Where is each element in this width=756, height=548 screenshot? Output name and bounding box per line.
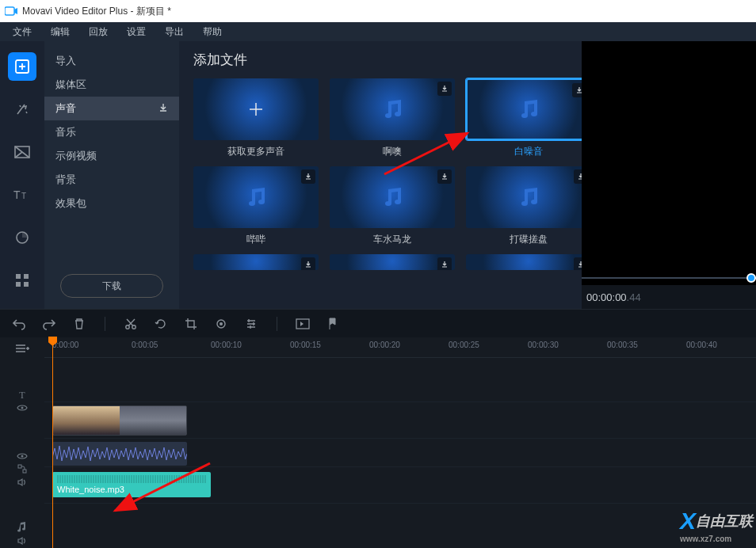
- sidebar-item-import[interactable]: 导入: [44, 49, 179, 73]
- tile-sound-6[interactable]: [193, 254, 319, 270]
- rail-stickers-icon[interactable]: [8, 223, 36, 252]
- tile-sound-5[interactable]: 打碟搓盘: [466, 166, 582, 246]
- content-title: 添加文件: [193, 51, 567, 69]
- speaker-icon[interactable]: [17, 536, 27, 548]
- rail-titles-icon[interactable]: TT: [8, 181, 36, 209]
- text-track[interactable]: [44, 358, 756, 402]
- rail-import-icon[interactable]: [8, 52, 36, 81]
- preview-time: 00:00:00.44: [586, 291, 641, 303]
- download-button[interactable]: 下载: [60, 274, 163, 298]
- delete-button[interactable]: [71, 316, 87, 332]
- redo-button[interactable]: [41, 316, 57, 332]
- music-note-icon: [515, 98, 542, 120]
- timeline-ruler[interactable]: 0:00:00 0:00:05 00:00:10 00:00:15 00:00:…: [44, 337, 756, 358]
- music-note-icon: [379, 186, 406, 208]
- color-button[interactable]: [213, 316, 229, 332]
- menu-export[interactable]: 导出: [157, 23, 192, 41]
- download-icon: [437, 169, 452, 184]
- playhead[interactable]: [52, 337, 53, 548]
- video-audio-track[interactable]: [44, 439, 756, 467]
- timeline-left-controls: T: [0, 337, 44, 548]
- window-title: Movavi Video Editor Plus - 新项目 *: [22, 5, 171, 18]
- seek-handle-icon[interactable]: [746, 273, 756, 283]
- add-track-button[interactable]: [11, 342, 33, 356]
- menu-settings[interactable]: 设置: [119, 23, 154, 41]
- sidebar-item-background[interactable]: 背景: [44, 168, 179, 192]
- svg-rect-8: [16, 282, 21, 287]
- tracks: White_noise.mp3: [44, 358, 756, 504]
- tile-get-more[interactable]: 获取更多声音: [193, 78, 319, 158]
- timeline: T 0:00:00 0:00:05 00:00:10 00:00:15 00:0…: [0, 337, 756, 548]
- menu-playback[interactable]: 回放: [81, 23, 116, 41]
- content-panel: 添加文件 获取更多声音 啊噢 白噪音: [179, 41, 582, 309]
- download-icon: [574, 169, 582, 184]
- menu-edit[interactable]: 编辑: [43, 23, 78, 41]
- left-rail: TT: [0, 41, 44, 309]
- tile-sound-8[interactable]: [466, 254, 582, 270]
- tile-sound-4[interactable]: 车水马龙: [330, 166, 455, 246]
- timeline-main[interactable]: 0:00:00 0:00:05 00:00:10 00:00:15 00:00:…: [44, 337, 756, 548]
- link-icon[interactable]: [17, 464, 27, 476]
- video-clip[interactable]: [52, 405, 187, 436]
- adjust-button[interactable]: [243, 316, 259, 332]
- menu-file[interactable]: 文件: [5, 23, 40, 41]
- menu-help[interactable]: 帮助: [195, 23, 230, 41]
- tile-sound-1[interactable]: 啊噢: [330, 78, 455, 158]
- svg-rect-6: [16, 274, 21, 279]
- svg-point-10: [126, 325, 129, 328]
- sidebar-item-sound[interactable]: 声音: [44, 97, 179, 120]
- rail-more-icon[interactable]: [8, 266, 36, 295]
- video-track[interactable]: [44, 402, 756, 439]
- separator: [105, 317, 105, 331]
- separator: [277, 317, 277, 331]
- svg-rect-9: [24, 282, 29, 287]
- sidebar: 导入 媒体区 声音 音乐 示例视频 背景 效果包 下载: [44, 41, 179, 309]
- timeline-toolbar: [0, 309, 756, 337]
- speaker-icon[interactable]: [17, 478, 27, 489]
- eye-icon[interactable]: [17, 451, 28, 462]
- download-icon: [574, 257, 582, 270]
- download-icon: [437, 82, 452, 96]
- plus-icon: [246, 100, 265, 119]
- eye-icon[interactable]: [17, 403, 28, 414]
- marker-button[interactable]: [325, 316, 341, 332]
- tile-sound-3[interactable]: 哔哔: [193, 166, 319, 246]
- rail-filters-icon[interactable]: [8, 95, 36, 124]
- sidebar-item-music[interactable]: 音乐: [44, 120, 179, 144]
- linked-audio-clip[interactable]: [52, 442, 187, 466]
- cut-button[interactable]: [123, 316, 139, 332]
- audio-track[interactable]: White_noise.mp3: [44, 467, 756, 504]
- svg-text:T: T: [13, 188, 21, 201]
- svg-point-13: [220, 322, 223, 325]
- svg-text:T: T: [21, 192, 26, 200]
- svg-rect-17: [18, 465, 21, 468]
- svg-rect-0: [5, 7, 14, 15]
- preview-seekbar[interactable]: [582, 271, 756, 285]
- rail-transitions-icon[interactable]: [8, 138, 36, 166]
- download-icon: [301, 257, 315, 270]
- svg-rect-18: [23, 470, 26, 473]
- undo-button[interactable]: [11, 316, 27, 332]
- sidebar-item-sample-video[interactable]: 示例视频: [44, 144, 179, 168]
- preview-controls: 00:00:00.44: [582, 285, 756, 309]
- tile-sound-7[interactable]: [330, 254, 455, 270]
- menubar: 文件 编辑 回放 设置 导出 帮助: [0, 22, 756, 41]
- sidebar-item-media[interactable]: 媒体区: [44, 73, 179, 97]
- text-track-icon[interactable]: T: [19, 390, 25, 401]
- tile-white-noise[interactable]: 白噪音: [466, 78, 582, 158]
- svg-point-11: [132, 325, 136, 328]
- audio-clip[interactable]: White_noise.mp3: [52, 472, 211, 497]
- svg-rect-7: [24, 274, 29, 279]
- music-track-icon[interactable]: [17, 521, 27, 535]
- rotate-button[interactable]: [153, 316, 169, 332]
- video-track-controls: [8, 451, 36, 489]
- download-icon: [301, 169, 315, 184]
- sidebar-item-effects[interactable]: 效果包: [44, 192, 179, 215]
- svg-point-15: [21, 406, 24, 409]
- transition-wizard-button[interactable]: [295, 316, 311, 332]
- music-note-icon: [242, 186, 269, 208]
- audio-clip-label: White_noise.mp3: [57, 485, 206, 494]
- crop-button[interactable]: [183, 316, 199, 332]
- download-icon: [572, 83, 582, 97]
- svg-point-16: [21, 455, 24, 458]
